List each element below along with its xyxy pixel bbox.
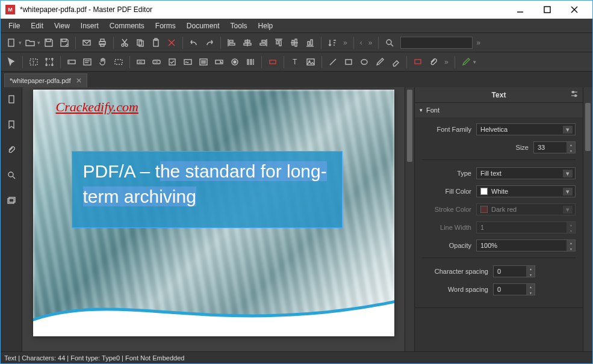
rectangle-icon[interactable]: [341, 55, 356, 69]
svg-rect-25: [260, 43, 265, 45]
font-section-header[interactable]: ▾Font: [415, 103, 583, 117]
close-button[interactable]: [560, 1, 588, 19]
align-middle-icon[interactable]: [287, 35, 302, 50]
sort-icon[interactable]: [325, 35, 340, 50]
highlight-red-icon[interactable]: [265, 55, 280, 69]
type-select[interactable]: Fill text: [476, 167, 576, 179]
page-prev-icon[interactable]: ‹: [358, 39, 365, 47]
svg-point-84: [575, 95, 577, 97]
page-overflow-icon[interactable]: »: [366, 39, 375, 47]
layers-panel-icon[interactable]: [4, 193, 19, 208]
insert-image-icon[interactable]: [303, 55, 318, 69]
insert-text-icon[interactable]: T: [288, 55, 302, 69]
save-as-icon[interactable]: [57, 35, 72, 50]
size-input[interactable]: 33: [533, 141, 576, 153]
canvas[interactable]: Crackedify.com PDF/A – the standard for …: [22, 87, 405, 351]
align-left-icon[interactable]: [225, 35, 239, 50]
paste-icon[interactable]: [149, 35, 163, 50]
headline-box[interactable]: PDF/A – the standard for long-term archi…: [72, 151, 343, 228]
link-icon[interactable]: [111, 55, 126, 69]
menu-edit[interactable]: Edit: [25, 20, 49, 32]
barcode-icon[interactable]: [243, 55, 258, 69]
headline-text[interactable]: PDF/A – the standard for long-term archi…: [83, 159, 331, 209]
type-label: Type: [422, 170, 471, 177]
redo-icon[interactable]: [202, 35, 217, 50]
eraser-icon[interactable]: [388, 55, 403, 69]
menu-insert[interactable]: Insert: [75, 20, 104, 32]
comment-box-icon[interactable]: [411, 55, 425, 69]
document-tabbar: *whitepaper-pdfa.pdf ✕: [1, 72, 592, 87]
menu-view[interactable]: View: [49, 20, 75, 32]
properties-scrollbar[interactable]: [583, 87, 592, 351]
new-file-icon[interactable]: [4, 35, 19, 50]
search-icon[interactable]: [382, 35, 397, 50]
bookmarks-panel-icon[interactable]: [4, 117, 19, 132]
search-panel-icon[interactable]: [4, 168, 19, 182]
menu-forms[interactable]: Forms: [150, 20, 181, 32]
form-field-icon[interactable]: ab: [134, 55, 148, 69]
font-family-select[interactable]: Helvetica: [476, 123, 576, 135]
attachment-icon[interactable]: [426, 55, 441, 69]
email-icon[interactable]: [79, 35, 94, 50]
form-textarea-icon[interactable]: [80, 55, 95, 69]
canvas-scrollbar[interactable]: [405, 87, 414, 351]
toolbar-overflow-icon[interactable]: »: [341, 39, 350, 47]
panel-settings-icon[interactable]: [570, 89, 579, 100]
svg-rect-70: [307, 59, 314, 65]
char-spacing-input[interactable]: 0: [493, 265, 535, 277]
svg-text:OK: OK: [154, 60, 159, 64]
form-dropdown-icon[interactable]: [212, 55, 226, 69]
status-text: Text | Characters: 44 | Font type: Type0…: [4, 354, 184, 362]
line-icon[interactable]: [326, 55, 340, 69]
pdf-page[interactable]: Crackedify.com PDF/A – the standard for …: [33, 90, 394, 336]
align-center-h-icon[interactable]: [240, 35, 255, 50]
svg-rect-27: [276, 40, 278, 44]
menu-help[interactable]: Help: [253, 20, 279, 32]
svg-text:T: T: [32, 60, 35, 65]
document-tab[interactable]: *whitepaper-pdfa.pdf ✕: [4, 73, 87, 87]
delete-icon[interactable]: [164, 35, 179, 50]
radio-icon[interactable]: [228, 55, 242, 69]
pencil-icon[interactable]: [373, 55, 387, 69]
toolbar2-overflow-icon[interactable]: »: [442, 58, 451, 66]
form-list-icon[interactable]: [196, 55, 211, 69]
fill-color-select[interactable]: White: [476, 185, 576, 197]
pointer-icon[interactable]: [4, 55, 19, 69]
svg-point-41: [52, 58, 53, 60]
copy-icon[interactable]: [133, 35, 147, 50]
text-select-icon[interactable]: T: [26, 55, 41, 69]
pages-panel-icon[interactable]: [4, 92, 19, 106]
word-spacing-input[interactable]: 0: [493, 283, 535, 295]
edit-object-icon[interactable]: [42, 55, 57, 69]
form-signature-icon[interactable]: [181, 55, 195, 69]
save-icon[interactable]: [42, 35, 56, 50]
align-right-icon[interactable]: [256, 35, 270, 50]
properties-title: Text: [415, 87, 583, 103]
form-text-icon[interactable]: [64, 55, 79, 69]
menu-comments[interactable]: Comments: [104, 20, 150, 32]
cut-icon[interactable]: [117, 35, 132, 50]
minimize-button[interactable]: [506, 1, 533, 19]
svg-rect-55: [184, 60, 191, 64]
attachments-panel-icon[interactable]: [4, 143, 19, 157]
align-bottom-icon[interactable]: [303, 35, 317, 50]
svg-text:T: T: [293, 58, 297, 66]
menu-tools[interactable]: Tools: [225, 20, 253, 32]
menu-file[interactable]: File: [3, 20, 25, 32]
svg-line-72: [330, 59, 336, 65]
tab-close-icon[interactable]: ✕: [76, 76, 82, 85]
opacity-input[interactable]: 100%: [476, 239, 576, 251]
open-file-icon[interactable]: [23, 35, 37, 50]
menu-document[interactable]: Document: [181, 20, 225, 32]
checkbox-icon[interactable]: [165, 55, 179, 69]
search-input[interactable]: [400, 37, 473, 49]
undo-icon[interactable]: [187, 35, 201, 50]
sign-icon[interactable]: [459, 55, 473, 69]
print-icon[interactable]: [95, 35, 110, 50]
ellipse-icon[interactable]: [357, 55, 371, 69]
form-button-icon[interactable]: OK: [149, 55, 164, 69]
search-overflow-icon[interactable]: »: [474, 39, 483, 47]
maximize-button[interactable]: [533, 1, 560, 19]
align-top-icon[interactable]: [272, 35, 286, 50]
hand-icon[interactable]: [96, 55, 110, 69]
